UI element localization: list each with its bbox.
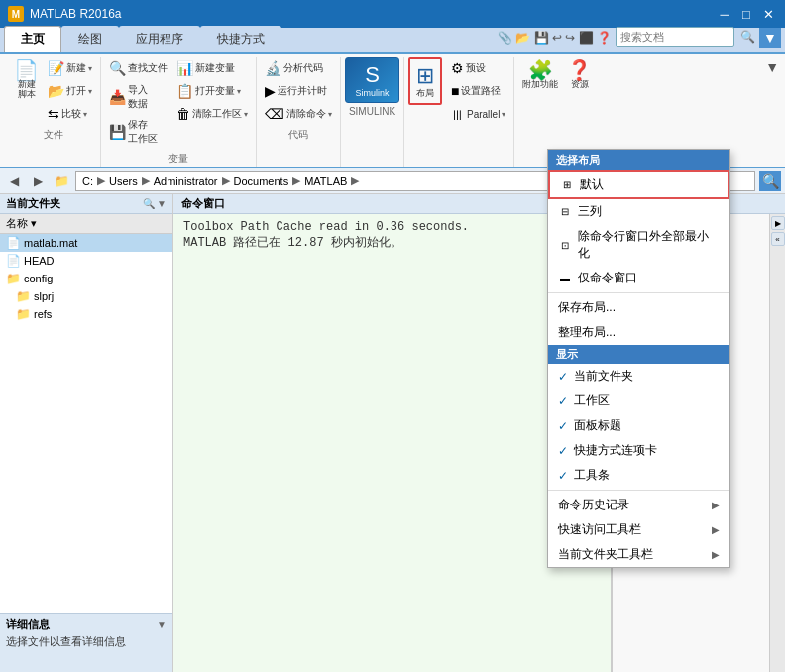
layout-dropdown: 选择布局 ⊞ 默认 ⊟ 三列 ⊡ 除命令行窗口外全部最小化 ▬ 仅命令窗口 保存… [547,149,730,568]
scroll-right-button[interactable]: ▶ [771,216,785,230]
dropdown-divider-1 [548,292,729,293]
quick-access-item[interactable]: 快速访问工具栏 ▶ [548,517,729,542]
open-var-label: 打开变量 [195,84,235,98]
folder-toolbar-item[interactable]: 当前文件夹工具栏 ▶ [548,542,729,567]
list-item[interactable]: 📁 refs [0,305,172,323]
show-panel-title-item[interactable]: ✓ 面板标题 [548,413,729,438]
dropdown-divider-2 [548,490,729,491]
resources-icon: ❓ [567,60,592,80]
path-segment-0[interactable]: C: [82,175,93,187]
maximize-button[interactable]: □ [737,6,755,22]
browse-button[interactable]: 📁 [52,171,71,191]
new-var-button[interactable]: 📊 新建变量 [172,57,252,79]
path-segment-1[interactable]: Users [109,175,138,187]
list-item[interactable]: 📁 slprj [0,287,172,305]
parallel-button[interactable]: ⫼ Parallel ▾ [447,103,509,125]
collapse-ribbon-button[interactable]: ▼ [765,59,779,75]
search-icon[interactable]: 🔍 [740,30,755,44]
show-toolbar-item[interactable]: ✓ 工具条 [548,463,729,488]
new-icon: 📝 [48,60,64,76]
cmd-history-arrow: ▶ [712,500,720,510]
tab-apps[interactable]: 应用程序 [119,26,200,52]
open-var-button[interactable]: 📋 打开变量 ▾ [172,80,252,102]
expand-button[interactable]: ▼ [759,28,781,48]
clear-workspace-label: 清除工作区 [192,107,242,121]
variable-buttons: 🔍 查找文件 📥 导入数据 💾 保存工作区 📊 新建变量 [105,57,252,149]
file-panel-search-btn[interactable]: 🔍 [143,198,155,209]
import-button[interactable]: 📥 导入数据 [105,80,171,114]
open-button[interactable]: 📂 打开 ▾ [44,80,96,102]
run-time-button[interactable]: ▶ 运行并计时 [261,80,336,102]
import-label: 导入数据 [128,83,148,111]
manage-layout-item[interactable]: 整理布局... [548,320,729,345]
scroll-left-button[interactable]: « [771,232,785,246]
save-layout-item[interactable]: 保存布局... [548,295,729,320]
cmd-line-0: Toolbox Path Cache read in 0.36 seconds. [183,220,601,234]
analyze-code-button[interactable]: 🔬 分析代码 [261,57,336,79]
layout-button[interactable]: ⊞ 布局 [408,57,442,105]
compare-button[interactable]: ⇆ 比较 ▾ [44,103,96,125]
layout-minimize-item[interactable]: ⊡ 除命令行窗口外全部最小化 [548,224,729,266]
code-buttons: 🔬 分析代码 ▶ 运行并计时 ⌫ 清除命令 ▾ [261,57,336,125]
new-script-button[interactable]: 📄 新建脚本 [10,57,43,103]
layout-three-col-item[interactable]: ⊟ 三列 [548,199,729,224]
close-button[interactable]: ✕ [759,6,777,22]
tab-shortcuts[interactable]: 快捷方式 [200,26,281,52]
cmd-history-item[interactable]: 命令历史记录 ▶ [548,493,729,517]
simulink-button[interactable]: S Simulink [345,57,399,103]
details-collapse-btn[interactable]: ▼ [157,619,167,630]
file-panel-title: 当前文件夹 [6,196,60,211]
path-sep-3: ▶ [292,174,300,187]
addons-button[interactable]: 🧩 附加功能 [518,57,562,93]
file-icon-slprj: 📁 [16,289,30,303]
save-workspace-label: 保存工作区 [128,118,158,146]
set-path-button[interactable]: ■ 设置路径 [447,80,509,102]
path-segment-2[interactable]: Administrator [154,175,218,187]
resources-button[interactable]: ❓ 资源 [563,57,596,93]
simulink-group-label: SIMULINK [349,105,395,118]
back-button[interactable]: ◀ [4,171,24,191]
search-input[interactable] [616,27,734,47]
file-panel-collapse-btn[interactable]: ▼ [157,198,167,209]
tab-home[interactable]: 主页 [4,26,61,52]
tab-plot[interactable]: 绘图 [61,26,119,52]
path-sep-1: ▶ [142,174,150,187]
layout-three-col-icon: ⊟ [558,205,572,219]
clear-cmd-button[interactable]: ⌫ 清除命令 ▾ [261,103,336,125]
title-controls: ─ □ ✕ [716,6,777,22]
simulink-buttons: S Simulink [345,57,399,103]
check-workspace: ✓ [558,394,568,408]
new-var-label: 新建变量 [195,61,235,75]
clear-workspace-button[interactable]: 🗑 清除工作区 ▾ [172,103,252,125]
show-shortcuts-tab-item[interactable]: ✓ 快捷方式连项卡 [548,438,729,463]
preferences-button[interactable]: ⚙ 预设 [447,57,509,79]
list-item[interactable]: 📄 matlab.mat [0,234,172,252]
addons-icon: 🧩 [528,60,553,80]
var-col2: 📊 新建变量 📋 打开变量 ▾ 🗑 清除工作区 ▾ [172,57,252,125]
forward-button[interactable]: ▶ [28,171,48,191]
path-segment-3[interactable]: Documents [234,175,289,187]
ribbon-group-simulink: S Simulink SIMULINK [341,57,404,167]
code-group-label: 代码 [288,127,308,143]
layout-three-col-label: 三列 [578,203,602,220]
find-files-button[interactable]: 🔍 查找文件 [105,57,171,79]
save-workspace-button[interactable]: 💾 保存工作区 [105,115,171,149]
show-workspace-item[interactable]: ✓ 工作区 [548,389,729,413]
check-current-folder: ✓ [558,370,568,384]
show-current-folder-item[interactable]: ✓ 当前文件夹 [548,364,729,389]
list-item[interactable]: 📄 HEAD [0,252,172,270]
parallel-arrow: ▾ [502,110,505,119]
layout-default-label: 默认 [580,176,604,193]
layout-cmd-only-item[interactable]: ▬ 仅命令窗口 [548,266,729,290]
new-button[interactable]: 📝 新建 ▾ [44,57,96,79]
list-item[interactable]: 📁 config [0,270,172,287]
path-segment-4[interactable]: MATLAB [304,175,347,187]
save-workspace-icon: 💾 [109,124,126,140]
show-toolbar-label: 工具条 [574,467,610,484]
layout-default-item[interactable]: ⊞ 默认 [548,170,729,199]
settings-col: ⚙ 预设 ■ 设置路径 ⫼ Parallel ▾ [447,57,509,125]
search-go-button[interactable]: 🔍 [759,171,781,191]
file-group-label: 文件 [44,127,63,143]
save-layout-label: 保存布局... [558,299,616,316]
minimize-button[interactable]: ─ [716,6,733,22]
